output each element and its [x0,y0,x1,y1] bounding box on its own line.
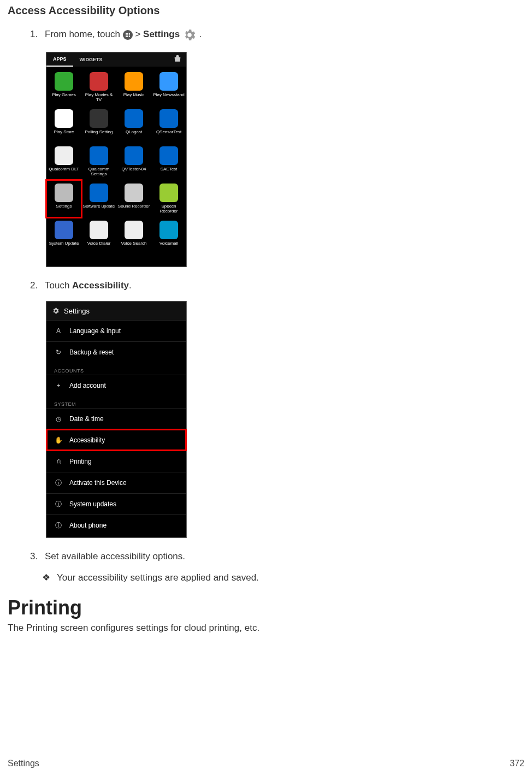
step-1: From home, touch > Settings . [40,28,524,42]
step-2-bold: Accessibility [72,280,129,291]
app-qvtester-04: QVTester-04 [116,143,151,180]
app-qualcomm-settings: Qualcomm Settings [81,143,116,180]
settings-row-about-phone: ⓘAbout phone [46,514,186,536]
apps-icon [123,30,133,40]
footer-left: Settings [8,759,39,768]
app-qsensortest: QSensorTest [151,106,186,143]
step-1-text-pre: From home, touch [45,29,123,39]
screenshot-apps: APPS WIDGETS Play GamesPlay Movies & TVP… [46,52,187,267]
settings-title: Settings [64,307,90,315]
result-line: ❖Your accessibility settings are applied… [8,572,524,583]
gear-icon [52,307,60,315]
section-title: Access Accessibility Options [8,4,524,17]
app-play-music: Play Music [116,69,151,106]
app-saetest: SAETest [151,143,186,180]
app-play-games: Play Games [46,69,81,106]
app-play-movies-tv: Play Movies & TV [81,69,116,106]
step-3: Set available accessibility options. [40,551,524,562]
settings-row-accessibility: ✋Accessibility [46,429,186,451]
step-2: Touch Accessibility. [40,280,524,291]
step-1-post: . [199,29,202,39]
app-voicemail: Voicemail [151,217,186,255]
bullet-icon: ❖ [40,572,51,583]
settings-row-printing: ⎙Printing [46,451,186,472]
settings-header-system: SYSTEM [46,396,186,408]
settings-row-activate-this-device: ⓘActivate this Device [46,472,186,493]
app-speech-recorder: Speech Recorder [151,180,186,217]
settings-row-backup-reset: ↻Backup & reset [46,341,186,363]
tab-widgets: WIDGETS [73,57,109,62]
footer-page: 372 [510,759,524,768]
result-text: Your accessibility settings are applied … [57,572,259,583]
tab-apps: APPS [46,52,73,67]
app-qualcomm-dlt: Qualcomm DLT [46,143,81,180]
settings-row-system-updates: ⓘSystem updates [46,493,186,514]
app-voice-dialer: Voice Dialer [81,217,116,255]
step-2-post: . [129,280,132,291]
gear-icon [182,28,197,42]
settings-row-language-input: ALanguage & input [46,320,186,341]
app-play-store: Play Store [46,106,81,143]
printing-subtitle: The Printing screen configures settings … [8,623,524,634]
settings-row-date-time: ◷Date & time [46,408,186,429]
screenshot-settings: Settings ALanguage & input↻Backup & rese… [46,301,187,538]
step-1-settings: Settings [143,29,180,39]
app-voice-search: Voice Search [116,217,151,255]
app-polling-setting: Polling Setting [81,106,116,143]
app-sound-recorder: Sound Recorder [116,180,151,217]
app-system-update: System Update [46,217,81,255]
printing-heading: Printing [8,596,524,619]
settings-row-add-account: +Add account [46,375,186,396]
step-1-sep: > [135,29,143,39]
app-software-update: Software update [81,180,116,217]
step-2-pre: Touch [45,280,72,291]
app-play-newsstand: Play Newsstand [151,69,186,106]
app-qlogcat: QLogcat [116,106,151,143]
settings-header-accounts: ACCOUNTS [46,363,186,375]
shop-icon [173,55,182,64]
app-settings: Settings [46,180,81,217]
